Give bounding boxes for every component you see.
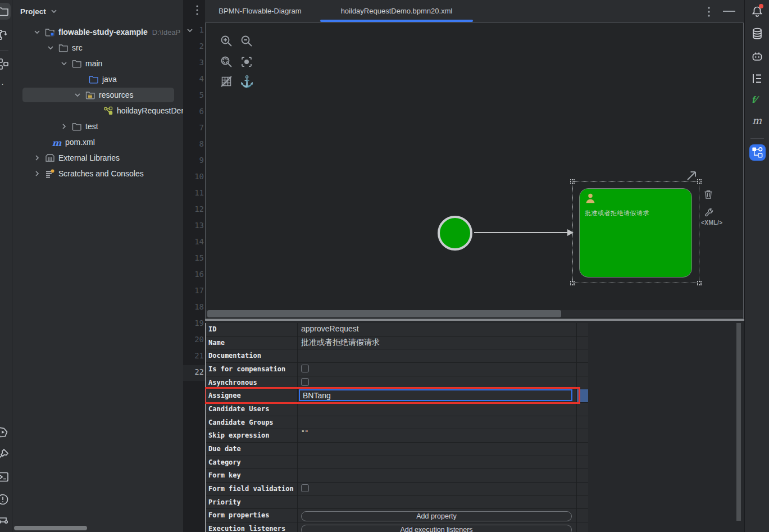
zoom-selection-icon[interactable]	[220, 55, 233, 69]
flowable-tool-icon[interactable]: f∕	[752, 94, 766, 108]
maven-file-icon: m	[52, 138, 62, 147]
canvas-hscroll-track[interactable]	[206, 310, 743, 317]
table-row-due-date[interactable]: Due date	[206, 443, 588, 456]
tree-item-test[interactable]: test	[12, 119, 183, 134]
selection-handle[interactable]	[570, 179, 575, 184]
project-folder-icon[interactable]	[0, 4, 10, 18]
delete-icon[interactable]	[703, 189, 713, 199]
user-task-label: 批准或者拒绝请假请求	[585, 209, 649, 217]
tree-item-src[interactable]: src	[12, 40, 183, 56]
table-row-execution-listeners[interactable]: Execution listeners Add execution listen…	[206, 522, 588, 532]
row-value[interactable]	[298, 416, 577, 430]
xml-view-button[interactable]: <XML/>	[701, 220, 723, 226]
row-end-cell	[577, 522, 588, 532]
start-event-node[interactable]	[438, 216, 472, 251]
wrench-icon[interactable]	[704, 208, 714, 218]
row-value[interactable]	[298, 469, 577, 483]
table-row-asynchronous[interactable]: Asynchronous	[206, 376, 588, 390]
anchor-icon[interactable]: ⚓	[240, 75, 253, 88]
row-value[interactable]: approveRequest	[298, 323, 577, 337]
structure-icon[interactable]	[0, 57, 10, 71]
tree-item-bpmn-file[interactable]: hoildayRequestDem	[12, 103, 183, 119]
table-row-form-field-validation[interactable]: Form field validation	[206, 483, 588, 496]
stripe-divider	[0, 51, 8, 51]
chevron-collapsed-icon[interactable]	[33, 153, 42, 162]
table-row-skip-expression[interactable]: Skip expression ""	[206, 429, 588, 443]
resize-arrow-icon[interactable]	[685, 169, 698, 183]
tree-item-pom[interactable]: m pom.xml	[12, 134, 183, 150]
table-row-candidate-groups[interactable]: Candidate Groups	[206, 416, 588, 430]
table-row-name[interactable]: Name 批准或者拒绝请假请求	[206, 337, 588, 350]
row-value[interactable]	[298, 443, 577, 456]
tab-bpmn-flowable-diagram[interactable]: BPMN-Flowable-Diagram	[212, 0, 308, 22]
chevron-expanded-icon[interactable]	[46, 43, 55, 52]
sequence-flow-connector[interactable]	[474, 232, 568, 233]
table-row-form-properties[interactable]: Form properties Add property	[206, 509, 588, 522]
user-task-node[interactable]: 批准或者拒绝请假请求	[579, 188, 692, 278]
chevron-collapsed-icon[interactable]	[60, 122, 69, 131]
line-number: 13	[185, 221, 204, 230]
table-row-priority[interactable]: Priority	[206, 496, 588, 510]
assignee-input[interactable]	[299, 389, 572, 401]
table-row-category[interactable]: Category	[206, 456, 588, 470]
tree-item-external-libraries[interactable]: External Libraries	[12, 150, 183, 166]
table-row-form-key[interactable]: Form key	[206, 469, 588, 483]
row-value[interactable]	[298, 349, 577, 363]
checkbox[interactable]	[301, 365, 309, 372]
properties-vscroll-thumb[interactable]	[736, 323, 741, 521]
database-icon[interactable]	[750, 27, 764, 40]
tree-item-project-root[interactable]: flowable-study-example D:\IdeaP	[12, 24, 183, 40]
kebab-menu-icon[interactable]	[705, 6, 713, 18]
toggle-grid-icon[interactable]	[220, 75, 233, 88]
terminal-icon[interactable]	[0, 470, 10, 484]
build-hammer-icon[interactable]	[0, 448, 10, 461]
run-icon[interactable]	[0, 425, 10, 439]
table-row-documentation[interactable]: Documentation	[206, 349, 588, 363]
tree-item-scratches[interactable]: Scratches and Consoles	[12, 166, 183, 181]
canvas-hscroll-thumb[interactable]	[207, 310, 561, 317]
table-row-id[interactable]: ID approveRequest	[206, 323, 588, 337]
selection-handle[interactable]	[697, 281, 702, 285]
panel-splitter[interactable]	[205, 319, 744, 321]
table-row-candidate-users[interactable]: Candidate Users	[206, 403, 588, 416]
commit-icon[interactable]	[0, 28, 10, 42]
more-tools-icon[interactable]: ··	[0, 79, 4, 88]
chevron-collapsed-icon[interactable]	[33, 169, 42, 178]
row-value[interactable]	[298, 403, 577, 416]
ai-assistant-robot-icon[interactable]	[750, 49, 764, 63]
problems-icon[interactable]	[0, 493, 10, 506]
chevron-expanded-icon[interactable]	[33, 28, 42, 37]
minimize-icon[interactable]	[723, 11, 735, 12]
maven-tool-icon[interactable]: m	[752, 115, 766, 128]
row-value[interactable]: 批准或者拒绝请假请求	[298, 337, 577, 350]
bpmn-diagram-canvas[interactable]: ⚓ 批准或者拒绝请假请求 <XML/>	[205, 22, 744, 319]
row-value[interactable]: ""	[298, 429, 577, 443]
add-property-button[interactable]: Add property	[301, 511, 572, 521]
chevron-expanded-icon[interactable]	[73, 90, 82, 99]
row-value[interactable]	[298, 496, 577, 510]
version-control-icon[interactable]	[0, 514, 10, 528]
chevron-down-icon[interactable]	[49, 7, 58, 16]
bpmn-diagram-tool-icon[interactable]	[749, 144, 766, 161]
row-value[interactable]	[298, 456, 577, 470]
bpmn-file-icon	[103, 106, 113, 115]
checkbox[interactable]	[301, 378, 309, 386]
chevron-expanded-icon[interactable]	[60, 59, 69, 68]
kebab-menu-icon[interactable]	[193, 4, 201, 16]
table-row-assignee[interactable]: Assignee	[206, 389, 588, 403]
center-diagram-icon[interactable]	[240, 55, 253, 69]
project-horizontal-scrollbar[interactable]	[14, 526, 87, 530]
tree-item-java[interactable]: java	[12, 71, 183, 87]
checkbox[interactable]	[301, 484, 309, 492]
structure-tool-icon[interactable]	[750, 72, 764, 85]
zoom-in-icon[interactable]	[220, 34, 233, 48]
zoom-out-icon[interactable]	[240, 34, 253, 48]
selection-handle[interactable]	[570, 281, 575, 285]
project-panel-header[interactable]: Project	[20, 5, 58, 17]
add-execution-listeners-button[interactable]: Add execution listeners	[301, 525, 572, 532]
tab-bpmn-xml-file[interactable]: hoildayRequestDemo.bpmn20.xml	[320, 0, 473, 22]
tree-item-main[interactable]: main	[12, 56, 183, 71]
table-row-is-for-compensation[interactable]: Is for compensation	[206, 363, 588, 376]
tree-item-resources[interactable]: resources	[12, 87, 183, 103]
notification-badge	[759, 4, 763, 8]
